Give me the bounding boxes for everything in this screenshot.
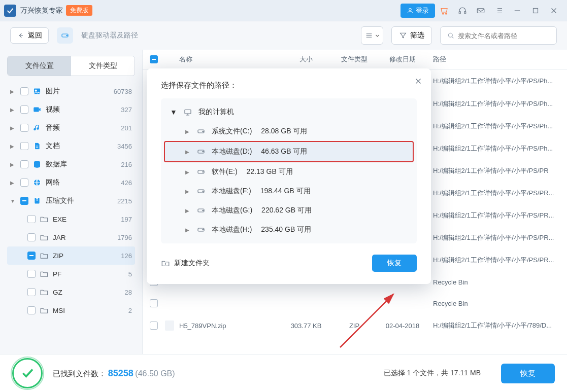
selected-text: 已选择 1 个文件，共 17.11 MB xyxy=(384,369,481,378)
col-name[interactable]: 名称 xyxy=(179,55,281,64)
drive-item[interactable]: ▶ 本地磁盘(D:) 46.63 GB 可用 xyxy=(164,141,414,162)
chevron-down-icon: ▼ xyxy=(10,198,16,204)
sidebar-item-gz[interactable]: GZ 28 xyxy=(7,283,135,301)
app-title: 万兴恢复专家 xyxy=(20,6,63,15)
mail-icon[interactable] xyxy=(472,2,490,20)
chevron-down-icon: ▼ xyxy=(170,108,177,116)
svg-rect-4 xyxy=(464,11,466,14)
checkbox[interactable] xyxy=(27,306,36,314)
chevron-right-icon: ▶ xyxy=(10,89,16,94)
audio-icon xyxy=(32,123,42,132)
table-header: 名称 大小 文件类型 修改日期 路径 xyxy=(143,50,567,69)
list-icon[interactable] xyxy=(490,2,508,20)
svg-point-28 xyxy=(203,229,204,230)
close-icon[interactable] xyxy=(545,2,563,20)
col-date[interactable]: 修改日期 xyxy=(377,55,428,64)
folder-icon xyxy=(40,269,49,278)
tab-location[interactable]: 文件位置 xyxy=(8,56,71,76)
video-icon xyxy=(32,105,42,114)
net-icon xyxy=(32,178,42,187)
drive-item[interactable]: ▶ 软件(E:) 22.13 GB 可用 xyxy=(165,162,413,182)
checkbox[interactable] xyxy=(20,142,28,150)
scan-complete-icon xyxy=(12,358,43,388)
drive-root[interactable]: ▼ 我的计算机 xyxy=(165,102,413,122)
sidebar-item-db[interactable]: ▶ 数据库 216 xyxy=(7,155,135,173)
login-button[interactable]: 登录 xyxy=(401,4,435,18)
sidebar-item-zip[interactable]: ZIP 126 xyxy=(7,246,135,265)
search-box[interactable] xyxy=(440,26,557,45)
drive-item[interactable]: ▶ 本地磁盘(F:) 198.44 GB 可用 xyxy=(165,182,413,201)
checkbox[interactable] xyxy=(27,270,36,278)
svg-point-24 xyxy=(203,191,204,192)
sidebar-item-doc[interactable]: ▶ 文档 3456 xyxy=(7,137,135,155)
footer: 已找到文件数： 85258 (46.50 GB) 已选择 1 个文件，共 17.… xyxy=(0,354,567,392)
filter-button[interactable]: 筛选 xyxy=(391,26,432,45)
drive-item[interactable]: ▶ 本地磁盘(G:) 220.62 GB 可用 xyxy=(165,201,413,220)
col-size[interactable]: 大小 xyxy=(281,55,331,64)
drive-item[interactable]: ▶ 本地磁盘(H:) 235.40 GB 可用 xyxy=(165,220,413,239)
svg-point-0 xyxy=(409,8,412,11)
checkbox[interactable] xyxy=(27,288,36,296)
svg-point-11 xyxy=(35,90,37,91)
new-folder-button[interactable]: 新建文件夹 xyxy=(161,259,210,268)
sidebar-item-video[interactable]: ▶ 视频 327 xyxy=(7,100,135,119)
table-row[interactable]: H5_789VPN.zip 303.77 KB ZIP 02-04-2018 H… xyxy=(143,314,567,337)
checkbox[interactable] xyxy=(20,124,28,132)
footer-recover-button[interactable]: 恢复 xyxy=(501,364,555,383)
modal-close-button[interactable] xyxy=(414,77,423,87)
checkbox[interactable] xyxy=(20,160,28,168)
sidebar-item-jar[interactable]: JAR 1796 xyxy=(7,228,135,246)
tab-type[interactable]: 文件类型 xyxy=(71,56,135,76)
cart-icon[interactable] xyxy=(435,2,453,20)
col-type[interactable]: 文件类型 xyxy=(331,55,377,64)
chevron-right-icon: ▶ xyxy=(10,180,16,186)
view-toggle[interactable] xyxy=(361,26,383,45)
drive-item[interactable]: ▶ 系统文件(C:) 28.08 GB 可用 xyxy=(165,122,413,141)
checkbox[interactable] xyxy=(27,233,36,241)
free-badge: 免费版 xyxy=(66,5,92,16)
toolbar: 返回 硬盘驱动器及路径 筛选 xyxy=(0,21,567,50)
sidebar-item-pf[interactable]: PF 5 xyxy=(7,265,135,283)
maximize-icon[interactable] xyxy=(526,2,545,20)
col-path[interactable]: 路径 xyxy=(428,55,560,64)
svg-rect-3 xyxy=(459,11,460,14)
svg-point-26 xyxy=(203,210,204,211)
checkbox[interactable] xyxy=(27,252,36,260)
svg-point-9 xyxy=(448,33,452,37)
svg-rect-6 xyxy=(533,8,538,13)
row-checkbox[interactable] xyxy=(150,299,158,307)
minimize-icon[interactable] xyxy=(508,2,526,20)
sidebar-item-audio[interactable]: ▶ 音频 201 xyxy=(7,119,135,137)
headset-icon[interactable] xyxy=(453,2,472,20)
sidebar-item-msi[interactable]: MSI 2 xyxy=(7,301,135,319)
checkbox[interactable] xyxy=(20,105,28,114)
svg-point-2 xyxy=(446,13,447,14)
save-path-modal: 选择保存文件的路径： ▼ 我的计算机 ▶ 系统文件(C:) 28.08 GB 可… xyxy=(147,68,431,284)
sidebar-item-archive[interactable]: ▼ 压缩文件 2215 xyxy=(7,192,135,210)
modal-title: 选择保存文件的路径： xyxy=(161,81,417,90)
row-checkbox[interactable] xyxy=(150,322,158,330)
sidebar-item-exe[interactable]: EXE 197 xyxy=(7,210,135,228)
chevron-right-icon: ▶ xyxy=(185,169,190,175)
modal-recover-button[interactable]: 恢复 xyxy=(372,255,417,272)
checkbox[interactable] xyxy=(20,87,28,95)
sidebar: 文件位置 文件类型 ▶ 图片 60738 ▶ 视频 327 ▶ 音频 201 ▶ xyxy=(0,50,142,354)
svg-rect-16 xyxy=(185,110,191,114)
checkbox[interactable] xyxy=(27,215,36,223)
image-icon xyxy=(32,87,42,96)
svg-rect-12 xyxy=(34,108,39,112)
sidebar-item-image[interactable]: ▶ 图片 60738 xyxy=(7,82,135,100)
search-input[interactable] xyxy=(458,32,550,40)
checkbox[interactable] xyxy=(20,179,28,187)
sidebar-item-net[interactable]: ▶ 网络 426 xyxy=(7,173,135,192)
select-all-checkbox[interactable] xyxy=(150,55,158,63)
chevron-right-icon: ▶ xyxy=(185,227,190,233)
table-row[interactable]: Recycle Bin xyxy=(143,293,567,314)
back-button[interactable]: 返回 xyxy=(10,27,49,44)
found-size: (46.50 GB) xyxy=(135,369,175,378)
chevron-right-icon: ▶ xyxy=(10,162,16,167)
checkbox-partial[interactable] xyxy=(20,197,28,205)
svg-point-22 xyxy=(203,171,204,172)
svg-point-8 xyxy=(66,35,68,36)
chevron-right-icon: ▶ xyxy=(185,129,190,134)
